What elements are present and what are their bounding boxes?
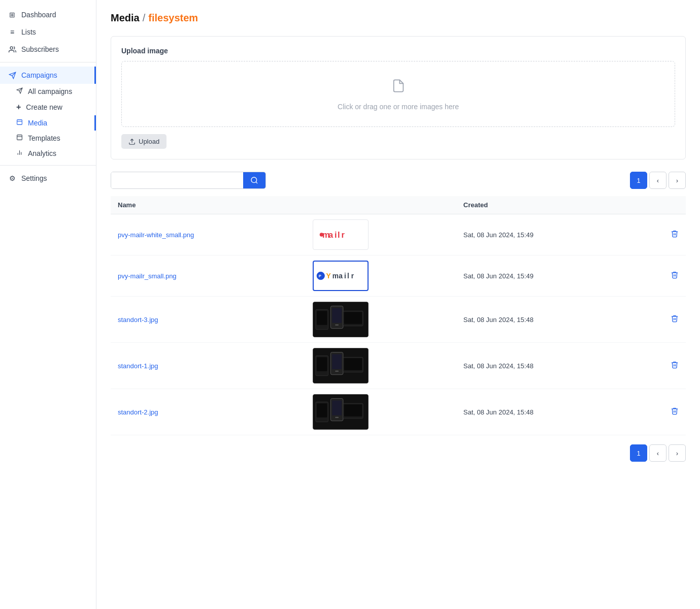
svg-rect-44 xyxy=(317,403,327,417)
table-row: pvy-mailr-white_small.png m a i l r Sat,… xyxy=(111,214,686,255)
sidebar-item-campaigns[interactable]: Campaigns xyxy=(0,67,96,84)
svg-point-0 xyxy=(10,46,13,49)
thumb-cell xyxy=(306,389,456,435)
next-page-button-top[interactable]: › xyxy=(669,172,686,189)
svg-text:Y: Y xyxy=(326,272,330,280)
prev-page-button-top[interactable]: ‹ xyxy=(649,172,666,189)
upload-section: Upload image Click or drag one or more i… xyxy=(111,36,686,159)
sidebar-divider-2 xyxy=(0,165,96,166)
sidebar-item-label: Analytics xyxy=(28,149,56,157)
file-link[interactable]: standort-3.jpg xyxy=(118,316,158,324)
action-cell xyxy=(638,297,686,343)
delete-button[interactable] xyxy=(671,314,679,325)
created-date: Sat, 08 Jun 2024, 15:48 xyxy=(456,297,638,343)
delete-button[interactable] xyxy=(671,271,679,281)
svg-text:m: m xyxy=(332,272,339,280)
upload-button-label: Upload xyxy=(139,138,159,145)
table-row: standort-2.jpg Sat, 08 Jun 2024, 15:48 xyxy=(111,389,686,435)
sidebar-item-label: Create new xyxy=(26,103,62,111)
svg-rect-2 xyxy=(17,135,22,140)
subscribers-icon xyxy=(8,45,16,53)
table-header-row: Name Created xyxy=(111,196,686,214)
dark-image-thumb xyxy=(313,302,369,337)
all-campaigns-icon xyxy=(16,87,23,95)
drop-zone[interactable]: Click or drag one or more images here xyxy=(121,61,675,127)
svg-text:i: i xyxy=(335,230,337,239)
sidebar-item-label: Campaigns xyxy=(21,71,57,79)
page-1-button-bottom[interactable]: 1 xyxy=(630,444,647,462)
upload-label: Upload image xyxy=(121,47,675,55)
svg-text:l: l xyxy=(347,272,349,280)
table-row: pvy-mailr_small.png P Y m a i l r Sat, 0… xyxy=(111,255,686,297)
search-row-top: 1 ‹ › xyxy=(111,172,686,189)
svg-line-8 xyxy=(256,182,257,183)
sidebar-item-create-new[interactable]: + Create new xyxy=(0,99,96,115)
col-thumb xyxy=(306,196,456,214)
svg-point-14 xyxy=(320,233,324,237)
dark-image-thumb xyxy=(313,348,369,383)
action-cell xyxy=(638,214,686,255)
svg-text:r: r xyxy=(341,230,345,239)
lists-icon: ≡ xyxy=(8,28,16,36)
svg-text:a: a xyxy=(339,272,343,280)
created-date: Sat, 08 Jun 2024, 15:48 xyxy=(456,343,638,389)
sidebar-item-label: Dashboard xyxy=(21,11,56,19)
file-link[interactable]: pvy-mailr-white_small.png xyxy=(118,231,194,239)
svg-rect-25 xyxy=(332,308,342,323)
sidebar-item-label: Templates xyxy=(28,134,60,142)
svg-point-7 xyxy=(251,177,257,183)
file-link[interactable]: pvy-mailr_small.png xyxy=(118,272,177,280)
svg-rect-33 xyxy=(332,354,342,369)
search-input[interactable] xyxy=(111,172,243,188)
svg-rect-28 xyxy=(317,311,327,325)
sidebar-item-analytics[interactable]: Analytics xyxy=(0,146,96,161)
svg-text:r: r xyxy=(351,272,354,280)
col-created: Created xyxy=(456,196,638,214)
svg-rect-36 xyxy=(317,357,327,371)
file-link[interactable]: standort-1.jpg xyxy=(118,362,158,370)
table-row: standort-3.jpg Sat, 08 Jun 2024, 15:48 xyxy=(111,297,686,343)
sidebar-item-all-campaigns[interactable]: All campaigns xyxy=(0,84,96,99)
svg-rect-46 xyxy=(344,404,362,416)
page-1-button-top[interactable]: 1 xyxy=(630,172,647,189)
svg-text:a: a xyxy=(328,230,334,239)
svg-text:P: P xyxy=(318,274,321,278)
sidebar-item-label: All campaigns xyxy=(28,87,72,95)
next-page-button-bottom[interactable]: › xyxy=(669,444,686,462)
svg-text:l: l xyxy=(338,230,340,239)
sidebar-item-lists[interactable]: ≡ Lists xyxy=(0,23,96,41)
thumb-cell xyxy=(306,297,456,343)
search-button[interactable] xyxy=(243,172,265,188)
dark-image-thumb xyxy=(313,394,369,430)
action-cell xyxy=(638,255,686,297)
upload-button[interactable]: Upload xyxy=(121,134,166,149)
breadcrumb-main: Media xyxy=(111,12,140,24)
file-link[interactable]: standort-2.jpg xyxy=(118,408,158,416)
sidebar: ⊞ Dashboard ≡ Lists Subscribers Campaign… xyxy=(0,0,96,609)
sidebar-item-subscribers[interactable]: Subscribers xyxy=(0,41,96,58)
created-date: Sat, 08 Jun 2024, 15:49 xyxy=(456,214,638,255)
drop-zone-text: Click or drag one or more images here xyxy=(338,103,459,111)
prev-page-button-bottom[interactable]: ‹ xyxy=(649,444,666,462)
sidebar-item-templates[interactable]: Templates xyxy=(0,131,96,146)
sidebar-item-media[interactable]: Media xyxy=(0,115,96,131)
thumb-cell: m a i l r xyxy=(306,214,456,255)
sidebar-item-label: Settings xyxy=(21,174,47,182)
col-name: Name xyxy=(111,196,306,214)
delete-button[interactable] xyxy=(671,230,679,240)
sidebar-item-label: Subscribers xyxy=(21,45,59,53)
created-date: Sat, 08 Jun 2024, 15:49 xyxy=(456,255,638,297)
sidebar-item-dashboard[interactable]: ⊞ Dashboard xyxy=(0,6,96,23)
action-cell xyxy=(638,343,686,389)
delete-button[interactable] xyxy=(671,407,679,417)
sidebar-item-settings[interactable]: ⚙ Settings xyxy=(0,170,96,187)
delete-button[interactable] xyxy=(671,361,679,371)
sidebar-item-label: Media xyxy=(28,119,47,127)
sidebar-item-label: Lists xyxy=(21,28,36,36)
templates-icon xyxy=(16,134,23,142)
action-cell xyxy=(638,389,686,435)
svg-rect-38 xyxy=(344,358,362,370)
pagination-top: 1 ‹ › xyxy=(630,172,686,189)
main-content: Media / filesystem Upload image Click or… xyxy=(96,0,700,609)
sidebar-divider xyxy=(0,62,96,62)
